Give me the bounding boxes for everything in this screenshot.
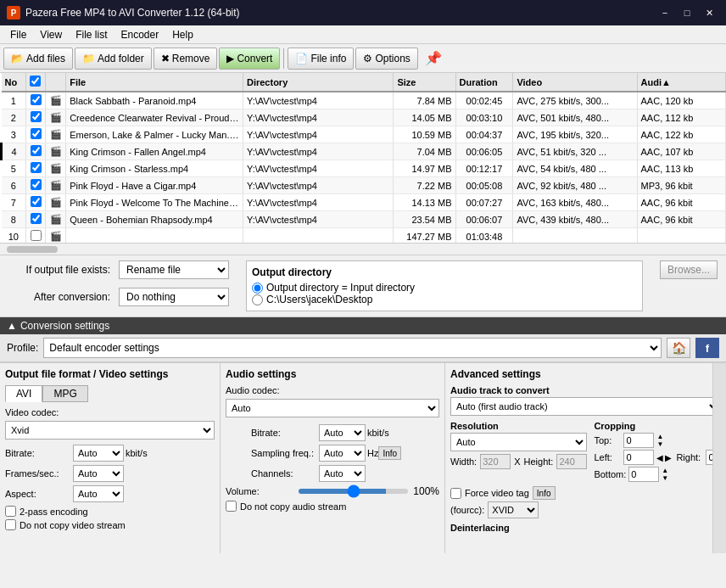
top-input[interactable]	[623, 433, 654, 448]
table-row[interactable]: 6 🎬 Pink Floyd - Have a Cigar.mp4 Y:\AV\…	[2, 177, 726, 194]
titlebar-title: Pazera Free MP4 to AVI Converter 1.12 (6…	[25, 7, 240, 19]
convert-button[interactable]: ▶ Convert	[219, 48, 280, 70]
force-tag-checkbox[interactable]	[450, 488, 461, 499]
collapse-icon[interactable]: ▲	[7, 320, 17, 332]
video-codec-label: Video codec:	[5, 407, 73, 417]
tab-mpg[interactable]: MPG	[42, 385, 87, 402]
radio-custom-dir-input[interactable]	[252, 294, 263, 305]
toolbar: 📂 Add files 📁 Add folder ✖ Remove ▶ Conv…	[0, 44, 726, 73]
no-copy-audio-checkbox[interactable]	[226, 501, 237, 512]
resolution-select[interactable]: Auto	[450, 433, 587, 451]
menu-encoder[interactable]: Encoder	[114, 27, 165, 42]
height-input[interactable]	[556, 454, 587, 469]
table-row[interactable]: 3 🎬 Emerson, Lake & Palmer - Lucky Man.m…	[2, 126, 726, 143]
cell-icon: 🎬	[46, 160, 66, 177]
cell-check[interactable]	[26, 143, 46, 160]
bitrate-select[interactable]: Auto	[73, 445, 124, 462]
remove-button[interactable]: ✖ Remove	[154, 48, 218, 70]
browse-button[interactable]: Browse...	[660, 260, 718, 279]
bottom-input[interactable]	[628, 467, 659, 482]
col-header-audio[interactable]: Audi▲	[637, 73, 725, 92]
cell-check[interactable]	[26, 228, 46, 244]
cell-check[interactable]	[26, 92, 46, 109]
if-output-select[interactable]: Rename file	[119, 260, 229, 279]
audio-track-select[interactable]: Auto (first audio track)	[450, 397, 721, 416]
menu-view[interactable]: View	[33, 27, 69, 42]
file-table-wrapper[interactable]: No File Directory Size Duration Video Au…	[0, 73, 726, 243]
file-table: No File Directory Size Duration Video Au…	[0, 73, 726, 243]
options-button[interactable]: ⚙ Options	[355, 48, 417, 70]
pin-button[interactable]: 📌	[420, 48, 447, 69]
cell-check[interactable]	[26, 177, 46, 194]
remove-icon: ✖	[161, 53, 170, 64]
col-header-size[interactable]: Size	[394, 73, 455, 92]
cell-size: 7.84 MB	[394, 92, 455, 109]
width-input[interactable]	[480, 454, 511, 469]
menu-filelist[interactable]: File list	[69, 27, 114, 42]
select-all-checkbox[interactable]	[30, 76, 41, 87]
cell-icon: 🎬	[46, 92, 66, 109]
lr-arrows[interactable]: ◀▶	[656, 453, 672, 462]
cell-audio: AAC, 122 kb	[637, 126, 725, 143]
cell-check[interactable]	[26, 126, 46, 143]
volume-slider[interactable]	[299, 489, 408, 494]
col-header-video[interactable]: Video	[513, 73, 637, 92]
channels-select[interactable]: Auto	[319, 465, 366, 482]
table-row[interactable]: 2 🎬 Creedence Clearwater Revival - Proud…	[2, 109, 726, 126]
after-conv-select[interactable]: Do nothing	[119, 288, 229, 306]
video-codec-select[interactable]: Xvid	[5, 421, 215, 440]
cell-check[interactable]	[26, 160, 46, 177]
menu-help[interactable]: Help	[165, 27, 200, 42]
maximize-button[interactable]: □	[677, 5, 697, 20]
table-row[interactable]: 1 🎬 Black Sabbath - Paranoid.mp4 Y:\AV\v…	[2, 92, 726, 109]
sampling-info-button[interactable]: Info	[378, 446, 401, 460]
radio-input-dir-input[interactable]	[252, 283, 263, 294]
scrollbar-vertical[interactable]	[712, 363, 726, 553]
cell-check[interactable]	[26, 194, 46, 211]
table-row[interactable]: 10 🎬 147.27 MB 01:03:48	[2, 228, 726, 244]
fps-select[interactable]: Auto	[73, 465, 124, 482]
audio-bitrate-select[interactable]: Auto	[319, 424, 366, 441]
file-info-button[interactable]: 📄 File info	[288, 48, 354, 70]
col-header-file[interactable]: File	[66, 73, 243, 92]
menu-file[interactable]: File	[3, 27, 33, 42]
table-row[interactable]: 4 🎬 King Crimson - Fallen Angel.mp4 Y:\A…	[2, 143, 726, 160]
profile-select[interactable]: Default encoder settings	[43, 338, 662, 358]
cell-dir: Y:\AV\vctest\mp4	[243, 109, 393, 126]
cell-icon: 🎬	[46, 177, 66, 194]
table-row[interactable]: 7 🎬 Pink Floyd - Welcome To The Machine.…	[2, 194, 726, 211]
options-icon: ⚙	[363, 53, 372, 64]
cell-size: 7.04 MB	[394, 143, 455, 160]
cell-no: 1	[2, 92, 26, 109]
add-files-button[interactable]: 📂 Add files	[3, 48, 73, 70]
col-video-settings: Output file format / Video settings AVI …	[0, 363, 221, 553]
bottom-spinner[interactable]: ▲▼	[662, 467, 668, 482]
no-copy-video-checkbox[interactable]	[5, 519, 16, 530]
force-tag-info-button[interactable]: Info	[533, 486, 556, 500]
cell-check[interactable]	[26, 109, 46, 126]
table-row[interactable]: 8 🎬 Queen - Bohemian Rhapsody.mp4 Y:\AV\…	[2, 211, 726, 228]
col-audio-settings: Audio settings Audio codec: Auto Bitrate…	[221, 363, 445, 553]
audio-codec-select[interactable]: Auto	[226, 399, 439, 417]
top-spinner[interactable]: ▲▼	[656, 433, 663, 448]
col-header-dir[interactable]: Directory	[243, 73, 393, 92]
cell-dir: Y:\AV\vctest\mp4	[243, 126, 393, 143]
table-row[interactable]: 5 🎬 King Crimson - Starless.mp4 Y:\AV\vc…	[2, 160, 726, 177]
col-header-dur[interactable]: Duration	[455, 73, 513, 92]
left-input[interactable]	[623, 450, 654, 465]
aspect-select[interactable]: Auto	[73, 485, 124, 502]
minimize-button[interactable]: −	[655, 5, 675, 20]
sampling-select[interactable]: Auto	[319, 445, 366, 462]
res-crop-row: Resolution Auto Width: X Height: Croppin…	[450, 421, 721, 482]
fourcc-select[interactable]: XVID	[488, 501, 539, 518]
two-pass-checkbox[interactable]	[5, 506, 16, 517]
no-copy-audio-row: Do not copy audio stream	[226, 501, 439, 512]
facebook-button[interactable]: f	[695, 338, 719, 358]
tab-avi[interactable]: AVI	[5, 385, 42, 402]
scrollbar-horizontal[interactable]	[0, 243, 726, 255]
close-button[interactable]: ✕	[699, 5, 719, 20]
cell-file: Creedence Clearwater Revival - Proud ...	[66, 109, 243, 126]
home-button[interactable]: 🏠	[667, 338, 690, 358]
cell-check[interactable]	[26, 211, 46, 228]
add-folder-button[interactable]: 📁 Add folder	[75, 48, 152, 70]
